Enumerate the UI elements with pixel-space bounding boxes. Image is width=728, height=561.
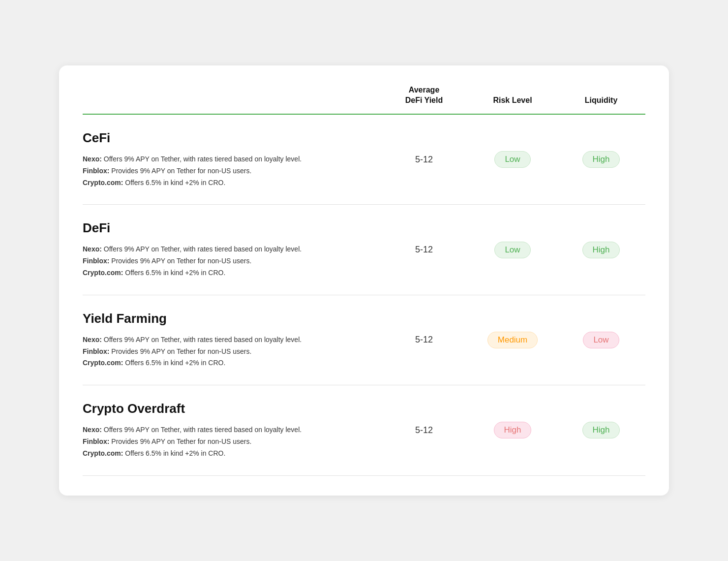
liquidity-badge: High	[582, 151, 620, 168]
row-title: DeFi	[83, 220, 360, 236]
row-detail: Nexo: Offers 9% APY on Tether, with rate…	[83, 244, 360, 279]
row-detail: Nexo: Offers 9% APY on Tether, with rate…	[83, 424, 360, 459]
row-liquidity: High	[557, 242, 645, 258]
table-body: CeFiNexo: Offers 9% APY on Tether, with …	[83, 115, 645, 476]
header-col3: Risk Level	[468, 95, 557, 106]
table-row: Yield FarmingNexo: Offers 9% APY on Teth…	[83, 295, 645, 385]
row-yield: 5-12	[380, 155, 468, 165]
table-row: CeFiNexo: Offers 9% APY on Tether, with …	[83, 115, 645, 205]
row-risk: Low	[468, 242, 557, 258]
liquidity-badge: Low	[583, 332, 619, 348]
table-header: Average DeFi Yield Risk Level Liquidity	[83, 85, 645, 115]
row-title: CeFi	[83, 130, 360, 146]
table-row: Crypto OverdraftNexo: Offers 9% APY on T…	[83, 385, 645, 475]
row-detail: Nexo: Offers 9% APY on Tether, with rate…	[83, 334, 360, 369]
main-card: Average DeFi Yield Risk Level Liquidity …	[59, 65, 669, 495]
header-col4: Liquidity	[557, 95, 645, 106]
row-detail: Nexo: Offers 9% APY on Tether, with rate…	[83, 154, 360, 188]
row-risk: Medium	[468, 332, 557, 348]
row-yield: 5-12	[380, 335, 468, 345]
row-liquidity: High	[557, 422, 645, 438]
row-content: Crypto OverdraftNexo: Offers 9% APY on T…	[83, 401, 380, 459]
row-liquidity: Low	[557, 332, 645, 348]
liquidity-badge: High	[582, 422, 620, 438]
row-yield: 5-12	[380, 245, 468, 255]
row-title: Yield Farming	[83, 311, 360, 326]
row-risk: High	[468, 422, 557, 438]
table-row: DeFiNexo: Offers 9% APY on Tether, with …	[83, 205, 645, 295]
row-liquidity: High	[557, 151, 645, 168]
header-col2: Average DeFi Yield	[380, 85, 468, 106]
row-yield: 5-12	[380, 425, 468, 436]
liquidity-badge: High	[582, 242, 620, 258]
row-content: DeFiNexo: Offers 9% APY on Tether, with …	[83, 220, 380, 279]
risk-badge: Medium	[487, 332, 538, 348]
row-risk: Low	[468, 151, 557, 168]
risk-badge: Low	[494, 242, 530, 258]
risk-badge: Low	[494, 151, 530, 168]
row-title: Crypto Overdraft	[83, 401, 360, 416]
row-content: Yield FarmingNexo: Offers 9% APY on Teth…	[83, 311, 380, 369]
row-content: CeFiNexo: Offers 9% APY on Tether, with …	[83, 130, 380, 188]
risk-badge: High	[494, 422, 532, 438]
